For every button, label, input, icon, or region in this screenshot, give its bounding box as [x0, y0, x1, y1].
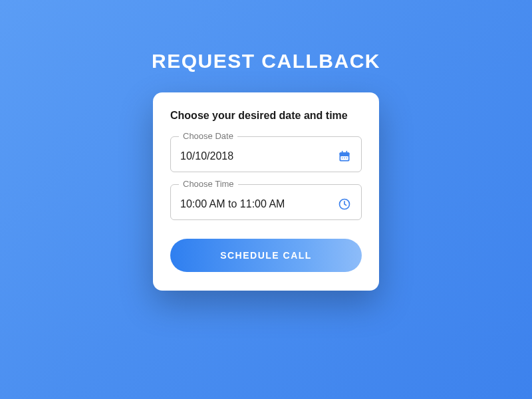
- svg-point-6: [344, 158, 345, 159]
- time-field[interactable]: Choose Time 10:00 AM to 11:00 AM: [170, 184, 362, 220]
- time-field-value: 10:00 AM to 11:00 AM: [180, 198, 285, 210]
- date-field[interactable]: Choose Date 10/10/2018: [170, 136, 362, 172]
- card-heading: Choose your desired date and time: [170, 110, 362, 122]
- svg-point-7: [346, 158, 348, 159]
- time-field-label: Choose Time: [179, 179, 238, 189]
- svg-point-5: [342, 158, 343, 159]
- page-title: REQUEST CALLBACK: [152, 50, 380, 72]
- date-field-value: 10/10/2018: [180, 150, 233, 162]
- svg-rect-1: [340, 152, 350, 155]
- svg-rect-3: [342, 151, 343, 154]
- calendar-icon: [337, 149, 352, 164]
- callback-card: Choose your desired date and time Choose…: [153, 92, 379, 291]
- date-field-label: Choose Date: [179, 131, 237, 141]
- clock-icon: [337, 197, 352, 211]
- schedule-call-button[interactable]: SCHEDULE CALL: [170, 239, 362, 272]
- svg-rect-4: [346, 151, 348, 154]
